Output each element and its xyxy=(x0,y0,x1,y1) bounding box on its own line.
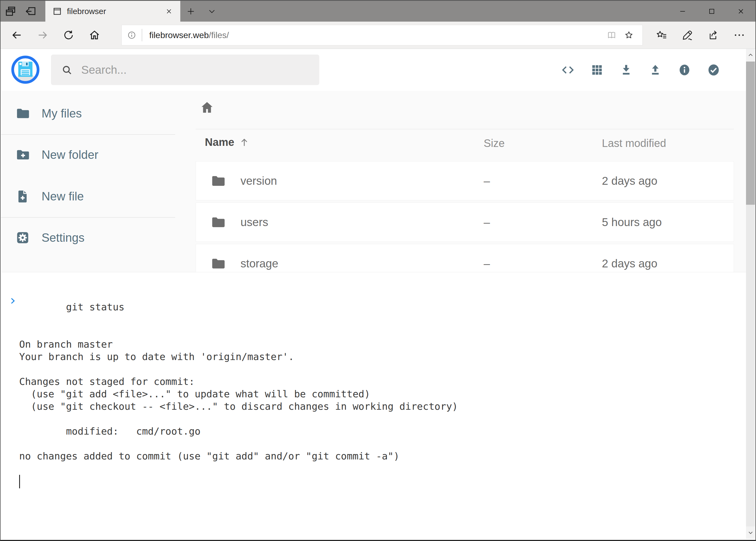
gear-icon xyxy=(15,230,30,245)
page-scrollbar[interactable] xyxy=(746,49,755,539)
url-host: filebrowser.web xyxy=(149,30,209,40)
sidebar-item-new-folder[interactable]: New folder xyxy=(1,140,175,170)
chevron-down-icon xyxy=(747,529,754,536)
file-plus-icon xyxy=(15,189,30,204)
column-header-modified[interactable]: Last modified xyxy=(602,137,666,149)
refresh-button[interactable] xyxy=(56,24,82,47)
sidebar-item-label: New file xyxy=(42,190,84,203)
code-view-button[interactable] xyxy=(561,63,575,77)
tab-preview-icon xyxy=(5,5,16,17)
folder-icon xyxy=(210,173,226,189)
maximize-button[interactable] xyxy=(697,1,726,22)
url-text: filebrowser.web/files/ xyxy=(149,30,229,40)
terminal-cursor xyxy=(19,475,20,488)
search-box[interactable] xyxy=(51,55,319,85)
list-header: Name Size Last modified xyxy=(196,136,734,150)
app-header xyxy=(1,49,746,91)
url-divider xyxy=(142,29,142,41)
sidebar-item-my-files[interactable]: My files xyxy=(1,99,175,128)
add-favorite-star-button[interactable] xyxy=(620,30,637,40)
sidebar-item-label: My files xyxy=(42,107,82,120)
reading-view-button[interactable] xyxy=(603,30,620,40)
terminal-blank-line xyxy=(19,462,746,475)
terminal-panel[interactable]: git status On branch master Your branch … xyxy=(1,272,746,539)
new-tab-button[interactable] xyxy=(180,1,201,22)
file-name: version xyxy=(240,175,277,188)
terminal-command: git status xyxy=(66,301,125,312)
scrollbar-thumb[interactable] xyxy=(746,62,755,205)
table-row-version[interactable]: version – 2 days ago xyxy=(196,161,734,201)
table-row-users[interactable]: users – 5 hours ago xyxy=(196,203,734,242)
page-content: My files New folder New fi xyxy=(1,49,755,539)
forward-button[interactable] xyxy=(30,24,56,47)
scroll-down-button[interactable] xyxy=(746,526,755,539)
file-size: – xyxy=(484,175,490,188)
tab-close-button[interactable] xyxy=(163,5,175,17)
file-size: – xyxy=(484,257,490,270)
terminal-output-line: Your branch is up to date with 'origin/m… xyxy=(19,350,746,363)
share-button[interactable] xyxy=(700,24,726,47)
set-aside-icon xyxy=(25,5,36,17)
back-button[interactable] xyxy=(4,24,30,47)
folder-icon xyxy=(210,256,226,271)
page-favicon-icon xyxy=(52,6,62,16)
column-header-name[interactable]: Name xyxy=(205,136,250,148)
info-button[interactable] xyxy=(677,63,691,77)
settings-more-button[interactable] xyxy=(726,24,752,47)
url-field[interactable]: filebrowser.web/files/ xyxy=(122,25,642,45)
sidebar-divider xyxy=(1,134,175,135)
file-modified: 2 days ago xyxy=(602,175,657,188)
breadcrumb-home-button[interactable] xyxy=(199,99,215,116)
folder-icon xyxy=(15,106,30,121)
sidebar-item-label: Settings xyxy=(42,231,85,245)
browser-window: filebrowser xyxy=(0,0,756,541)
column-header-size[interactable]: Size xyxy=(484,137,505,149)
file-modified: 2 days ago xyxy=(602,257,657,270)
site-info-icon[interactable] xyxy=(122,30,142,40)
prompt-chevron-icon xyxy=(8,272,67,330)
sidebar-item-new-file[interactable]: New file xyxy=(1,182,175,211)
terminal-cursor-line xyxy=(19,475,746,488)
file-name: users xyxy=(240,216,268,229)
file-rows: version – 2 days ago users – 5 hours ago xyxy=(196,161,734,285)
tab-list-dropdown-button[interactable] xyxy=(201,1,222,22)
tab-title: filebrowser xyxy=(67,7,158,16)
terminal-output-line xyxy=(19,413,746,425)
header-action-icons xyxy=(561,49,721,91)
terminal-output-line: modified: cmd/root.go xyxy=(19,425,746,437)
sidebar-item-label: New folder xyxy=(42,148,98,162)
favorites-hub-button[interactable] xyxy=(648,24,674,47)
folder-icon xyxy=(210,215,226,230)
folder-plus-icon xyxy=(15,147,30,162)
sidebar-item-settings[interactable]: Settings xyxy=(1,223,175,253)
terminal-output-line: no changes added to commit (use "git add… xyxy=(19,450,746,462)
chevron-down-icon xyxy=(207,7,216,16)
minimize-button[interactable] xyxy=(668,1,697,22)
close-window-button[interactable] xyxy=(726,1,755,22)
search-icon xyxy=(61,64,73,76)
browser-tab[interactable]: filebrowser xyxy=(45,1,180,22)
tabs-set-aside-list-button[interactable] xyxy=(1,1,21,22)
terminal-output-line xyxy=(19,437,746,450)
terminal-output-line: Changes not staged for commit: xyxy=(19,375,746,388)
terminal-output-line: (use "git checkout -- <file>..." to disc… xyxy=(19,400,746,413)
home-button[interactable] xyxy=(82,24,108,47)
search-input[interactable] xyxy=(81,64,319,76)
upload-button[interactable] xyxy=(648,63,662,77)
filebrowser-logo[interactable] xyxy=(11,56,39,84)
scroll-up-button[interactable] xyxy=(746,49,755,61)
terminal-output-line xyxy=(19,326,746,338)
download-button[interactable] xyxy=(619,63,633,77)
chevron-up-icon xyxy=(747,52,754,59)
sort-ascending-icon xyxy=(239,137,250,148)
home-icon xyxy=(200,100,214,115)
select-check-button[interactable] xyxy=(707,63,721,77)
grid-view-button[interactable] xyxy=(590,63,604,77)
terminal-output-line xyxy=(19,363,746,375)
terminal-output-line: On branch master xyxy=(19,338,746,350)
web-note-pen-button[interactable] xyxy=(674,24,700,47)
address-bar: filebrowser.web/files/ xyxy=(1,22,755,49)
floppy-disk-icon xyxy=(14,58,37,81)
file-modified: 5 hours ago xyxy=(602,216,662,229)
set-tabs-aside-button[interactable] xyxy=(21,1,41,22)
